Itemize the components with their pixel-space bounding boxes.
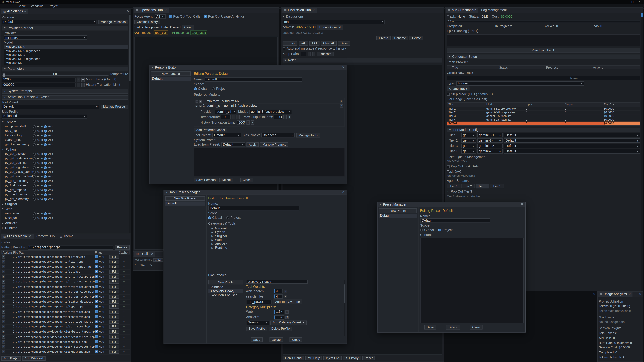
truncate-button[interactable]: Truncate [317, 52, 334, 56]
ask-radio[interactable] [44, 193, 47, 196]
close-icon[interactable]: ✕ [638, 0, 640, 3]
cache-indicator[interactable]: ○ [119, 265, 129, 269]
save-profile-button[interactable]: Save Profile [246, 327, 268, 331]
auto-radio[interactable] [33, 157, 36, 160]
remove-file-button[interactable]: x [2, 340, 5, 344]
preferred-model-select[interactable]: gemini-3-flash-preview▼ [250, 110, 292, 114]
provider-select[interactable]: gemini▼ [461, 144, 476, 148]
remove-multiplier-button[interactable]: x [286, 316, 289, 319]
persona-select[interactable]: Default▼ [2, 20, 97, 24]
ask-radio[interactable] [44, 175, 47, 178]
tool-group-web[interactable]: ▼Web [2, 207, 128, 211]
manage-personas-button[interactable]: Manage Personas [98, 20, 128, 24]
ask-radio[interactable] [44, 212, 47, 215]
cache-indicator[interactable]: ○ [119, 295, 129, 299]
cache-indicator[interactable]: ○ [119, 270, 129, 274]
delete-discussion-button[interactable]: Delete [410, 36, 424, 40]
menu-windows[interactable]: Windows [31, 4, 44, 8]
all-button[interactable]: -All [298, 41, 308, 45]
increment-icon[interactable]: + [312, 52, 316, 56]
cache-indicator[interactable]: ○ [119, 350, 129, 354]
stream-tab-tier-3[interactable]: Tier 3 [476, 184, 489, 188]
increment-icon[interactable]: + [81, 83, 85, 87]
remove-file-button[interactable]: x [2, 265, 5, 269]
auto-radio[interactable] [33, 212, 36, 215]
full-button[interactable]: Full [109, 340, 119, 344]
agg-checkbox[interactable] [95, 260, 98, 263]
full-button[interactable]: Full [109, 290, 119, 294]
scope-global-radio[interactable] [194, 87, 197, 90]
manage-prompts-button[interactable]: Manage Prompts [260, 142, 288, 147]
check-icon[interactable]: ✓ [447, 190, 450, 194]
auto-radio[interactable] [33, 162, 36, 164]
scope-global-radio[interactable] [208, 216, 211, 219]
clear-tool-calls-button[interactable]: Clear [154, 258, 163, 262]
tab-discussion-hub[interactable]: ▦ Discussion Hub ✕ [282, 7, 317, 13]
auto-radio[interactable] [33, 189, 36, 191]
provider-select[interactable]: minimax▼ [4, 35, 87, 40]
track-name-input[interactable]: Name [447, 76, 640, 81]
decrement-icon[interactable]: - [232, 115, 236, 119]
agg-checkbox[interactable] [95, 295, 98, 298]
full-button[interactable]: Full [109, 345, 119, 349]
agg-checkbox[interactable] [95, 316, 98, 318]
scope-project-radio[interactable] [438, 229, 441, 231]
tab-context-hub[interactable]: Context Hub [34, 234, 56, 239]
remove-file-button[interactable]: x [2, 305, 5, 309]
system-prompts-section[interactable]: ▼System Prompts [2, 89, 128, 93]
keep-pairs-input[interactable]: 2 [301, 52, 306, 56]
cache-indicator[interactable]: ○ [119, 335, 129, 339]
close-button[interactable]: Close [240, 178, 253, 182]
auto-radio[interactable] [33, 179, 36, 182]
multiplier-input[interactable]: 1.5x [274, 310, 284, 314]
bias-profile-select[interactable]: Balanced▼ [261, 133, 295, 137]
stream-tab-tier-4[interactable]: Tier 4 [490, 184, 504, 188]
model-select[interactable]: gemini-3.1-pro-preview▼ [477, 133, 503, 138]
auto-radio[interactable] [33, 175, 36, 178]
epic-planning-textarea[interactable] [447, 34, 640, 46]
history-truncation-input[interactable]: 900000 [237, 120, 245, 125]
full-button[interactable]: Full [109, 310, 119, 314]
cache-indicator[interactable]: ○ [119, 275, 129, 279]
agg-checkbox[interactable] [95, 330, 98, 333]
tool-preset-select[interactable]: Default▼ [2, 104, 100, 109]
preset-select[interactable]: Default▼ [504, 149, 640, 154]
full-button[interactable]: Full [109, 320, 119, 324]
ask-radio[interactable] [44, 198, 47, 200]
cache-indicator[interactable]: ○ [119, 340, 129, 344]
agg-checkbox[interactable] [95, 325, 98, 328]
parameters-section[interactable]: ▼Parameters [2, 67, 128, 71]
category-web[interactable]: ▶Web [208, 238, 345, 242]
active-tool-presets-section[interactable]: ▼Active Tool Presets & Biases [2, 95, 128, 99]
ask-radio[interactable] [44, 157, 47, 160]
menu-view[interactable]: View [19, 4, 26, 8]
plan-epic-button[interactable]: Plan Epic (Tier 1) [447, 48, 640, 53]
decrement-icon[interactable]: - [308, 52, 311, 56]
remove-weight-button[interactable]: x [284, 295, 287, 298]
close-icon[interactable]: ✕ [164, 8, 167, 12]
full-button[interactable]: Full [109, 330, 119, 334]
ask-radio[interactable] [44, 184, 47, 187]
clear-status-button[interactable]: Clear [182, 25, 194, 29]
remove-file-button[interactable]: x [2, 260, 5, 264]
auto-radio[interactable] [33, 198, 36, 200]
load-preset-select[interactable]: Default▼ [221, 142, 245, 147]
close-icon[interactable]: ✕ [312, 8, 315, 12]
auto-radio[interactable] [33, 217, 36, 219]
track-type-select[interactable]: feature▼ [456, 81, 584, 86]
bias-profile-item[interactable]: Balanced [208, 285, 243, 289]
tab-theme[interactable]: ▦Theme [58, 234, 76, 239]
model-select[interactable]: gemini-2.5-flash-lite▼ [477, 149, 503, 154]
auto-add-checkbox[interactable] [282, 47, 286, 50]
save-persona-button[interactable]: Save Persona [194, 178, 218, 182]
close-icon[interactable]: ✕ [342, 191, 345, 194]
max-output-tokens-input[interactable]: 32000 [274, 115, 282, 119]
persona-name-input[interactable]: Default [205, 77, 302, 82]
ask-radio[interactable] [44, 143, 47, 146]
stream-tab-tier-2[interactable]: Tier 2 [461, 184, 475, 188]
preset-name-input[interactable]: Default [420, 218, 490, 223]
add-files-button[interactable]: Add File(s) [1, 356, 21, 361]
provider-select[interactable]: gemini▼ [461, 149, 476, 154]
clear-all-button[interactable]: Clear All [321, 41, 337, 45]
ask-radio[interactable] [44, 125, 47, 128]
